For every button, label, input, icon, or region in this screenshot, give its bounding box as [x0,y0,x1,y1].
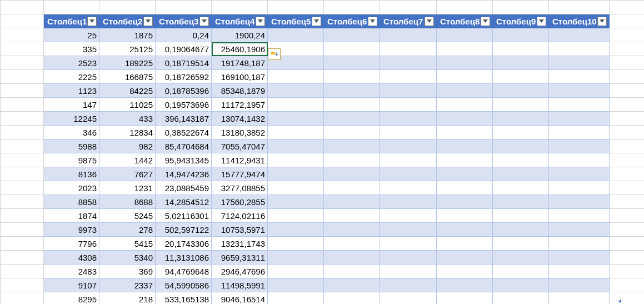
data-cell[interactable] [493,265,549,278]
data-cell[interactable] [549,98,610,112]
blank-cell[interactable] [610,153,645,167]
data-cell[interactable]: 5,02116301 [156,209,212,223]
data-cell[interactable]: 346 [44,126,99,139]
data-cell[interactable]: 15777,9474 [212,167,268,181]
data-cell[interactable]: 13074,1432 [212,112,268,126]
filter-dropdown-button[interactable] [537,17,546,26]
data-cell[interactable] [380,84,437,98]
data-cell[interactable]: 1123 [44,84,99,98]
blank-cell[interactable] [1,292,44,305]
data-cell[interactable] [549,195,610,209]
data-cell[interactable] [437,181,493,195]
data-cell[interactable]: 147 [44,98,99,112]
data-cell[interactable]: 189225 [99,56,156,70]
column-header-6[interactable]: Столбец6 [324,14,380,28]
data-cell[interactable]: 11412,9431 [212,153,268,167]
data-cell[interactable]: 533,165138 [156,292,212,305]
data-cell[interactable] [268,84,324,98]
data-cell[interactable] [437,278,493,292]
data-cell[interactable] [493,251,549,265]
blank-cell[interactable] [610,84,645,98]
data-cell[interactable] [324,278,380,292]
data-cell[interactable] [549,126,610,139]
data-cell[interactable] [437,265,493,278]
blank-cell[interactable] [1,139,44,153]
data-cell[interactable]: 8858 [44,195,99,209]
data-cell[interactable] [493,223,549,237]
data-cell[interactable]: 2337 [99,278,156,292]
data-cell[interactable]: 0,19573696 [156,98,212,112]
data-cell[interactable]: 7796 [44,237,99,251]
data-cell[interactable]: 0,38522674 [156,126,212,139]
blank-cell[interactable] [610,251,645,265]
data-cell[interactable] [493,292,549,305]
data-cell[interactable] [380,153,437,167]
blank-cell[interactable] [1,265,44,278]
table-resize-handle[interactable] [618,299,621,302]
data-cell[interactable]: 13180,3852 [212,126,268,139]
data-cell[interactable] [549,237,610,251]
column-header-8[interactable]: Столбец8 [437,14,493,28]
data-cell[interactable] [493,112,549,126]
data-cell[interactable]: 166875 [99,70,156,84]
data-cell[interactable] [324,126,380,139]
filter-dropdown-button[interactable] [199,17,209,26]
data-cell[interactable] [324,28,380,42]
data-cell[interactable] [268,209,324,223]
data-cell[interactable]: 0,18719514 [156,56,212,70]
blank-cell[interactable] [610,265,645,278]
data-cell[interactable] [268,139,324,153]
blank-cell[interactable] [1,209,44,223]
data-cell[interactable]: 1875 [99,28,156,42]
blank-row[interactable] [1,1,645,14]
blank-cell[interactable] [1,126,44,139]
data-cell[interactable] [437,28,493,42]
data-cell[interactable] [493,56,549,70]
data-cell[interactable]: 85,4704684 [156,139,212,153]
data-cell[interactable]: 14,2854512 [156,195,212,209]
column-header-9[interactable]: Столбец9 [493,14,549,28]
data-cell[interactable]: 1442 [99,153,156,167]
data-cell[interactable] [324,42,380,56]
filter-dropdown-button[interactable] [256,17,265,26]
data-cell[interactable] [437,98,493,112]
data-cell[interactable]: 4308 [44,251,99,265]
data-cell[interactable] [380,139,437,153]
data-cell[interactable]: 7055,47047 [212,139,268,153]
data-cell[interactable] [380,237,437,251]
blank-cell[interactable] [610,292,645,305]
blank-cell[interactable] [1,84,44,98]
data-cell[interactable] [549,209,610,223]
data-cell[interactable] [380,278,437,292]
data-cell[interactable]: 10753,5971 [212,223,268,237]
data-cell[interactable] [549,56,610,70]
data-cell[interactable]: 1874 [44,209,99,223]
data-cell[interactable]: 1231 [99,181,156,195]
data-cell[interactable] [380,28,437,42]
data-cell[interactable] [380,42,437,56]
blank-cell[interactable] [1,98,44,112]
data-cell[interactable] [380,112,437,126]
data-cell[interactable] [380,251,437,265]
data-cell[interactable]: 17560,2855 [212,195,268,209]
data-cell[interactable] [324,292,380,305]
data-cell[interactable] [549,28,610,42]
data-cell[interactable] [268,251,324,265]
data-cell[interactable] [268,126,324,139]
data-cell[interactable] [324,251,380,265]
data-cell[interactable] [549,278,610,292]
data-cell[interactable]: 12245 [44,112,99,126]
data-cell[interactable] [549,251,610,265]
data-cell[interactable]: 8688 [99,195,156,209]
active-cell[interactable]: 25460,1906 [212,42,268,56]
data-cell[interactable] [437,223,493,237]
data-cell[interactable] [493,42,549,56]
blank-cell[interactable] [1,181,44,195]
blank-cell[interactable] [1,195,44,209]
column-header-3[interactable]: Столбец3 [156,14,212,28]
data-cell[interactable] [437,126,493,139]
filter-dropdown-button[interactable] [312,17,321,26]
data-cell[interactable] [437,84,493,98]
data-cell[interactable] [549,223,610,237]
data-cell[interactable] [380,292,437,305]
